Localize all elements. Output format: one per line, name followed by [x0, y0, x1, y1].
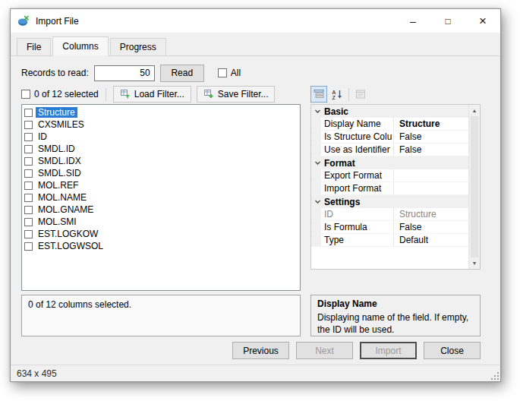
property-row[interactable]: Type Default: [311, 234, 468, 247]
checkbox-icon[interactable]: [24, 218, 33, 226]
property-name: Import Format: [321, 182, 394, 194]
svg-text:Z: Z: [332, 95, 336, 100]
column-name-label: EST.LOGKOW: [36, 229, 100, 239]
window-title: Import File: [36, 16, 79, 27]
sort-alphabetical-icon: A Z: [332, 89, 342, 99]
property-row[interactable]: Use as Identifier False: [311, 144, 468, 156]
tab-page-columns: Records to read: Read All 0 of 12 select…: [11, 56, 500, 365]
checkbox-icon[interactable]: [218, 68, 227, 77]
checkbox-icon[interactable]: [24, 121, 33, 129]
save-filter-button[interactable]: Save Filter...: [197, 86, 276, 103]
all-checkbox-label: All: [231, 68, 241, 78]
tab-columns[interactable]: Columns: [52, 36, 108, 56]
select-all-checkbox[interactable]: 0 of 12 selected: [21, 89, 99, 99]
column-list-item[interactable]: MOL.SMI: [22, 216, 300, 228]
previous-button[interactable]: Previous: [232, 342, 289, 359]
property-row[interactable]: Import Format: [311, 182, 468, 195]
column-name-label: EST.LOGWSOL: [36, 241, 106, 251]
checkbox-icon[interactable]: [24, 206, 33, 214]
columns-list[interactable]: Structure CXSMILES ID SMDL.ID SMDL.IDX S…: [21, 104, 301, 291]
chevron-down-icon: [314, 109, 321, 114]
column-list-item[interactable]: SMDL.ID: [22, 143, 300, 155]
tab-label: Progress: [120, 42, 156, 52]
property-pages-icon: [355, 89, 366, 99]
maximize-button[interactable]: □: [430, 9, 465, 33]
property-category-row[interactable]: Basic: [311, 105, 468, 118]
tab-label: Columns: [62, 41, 98, 52]
property-value[interactable]: [394, 182, 468, 194]
property-value[interactable]: Default: [394, 234, 468, 246]
property-row[interactable]: ID Structure: [311, 208, 468, 221]
property-description-panel: Display Name Displaying name of the fiel…: [310, 295, 481, 336]
tab-progress[interactable]: Progress: [110, 38, 166, 56]
tab-file[interactable]: File: [17, 38, 51, 56]
property-row[interactable]: Display Name Structure: [311, 118, 468, 131]
separator: [106, 88, 106, 101]
close-button[interactable]: ×: [465, 9, 500, 33]
checkbox-icon[interactable]: [24, 169, 33, 178]
save-filter-icon: [203, 89, 214, 99]
import-file-dialog: Import File – □ × File Columns Progress …: [10, 8, 501, 382]
column-list-item[interactable]: SMDL.IDX: [22, 155, 300, 167]
column-list-item[interactable]: Structure: [22, 106, 300, 118]
property-category-row[interactable]: Settings: [311, 195, 468, 208]
window-size-label: 634 x 495: [17, 368, 57, 379]
import-button[interactable]: Import: [360, 342, 417, 359]
read-button[interactable]: Read: [160, 65, 204, 82]
scroll-thumb[interactable]: [471, 116, 478, 257]
property-value[interactable]: Structure: [394, 208, 468, 220]
scroll-down-icon[interactable]: ▼: [469, 257, 480, 269]
property-value[interactable]: False: [394, 144, 468, 156]
column-name-label: MOL.NAME: [36, 192, 89, 203]
property-description-text: Displaying name of the field. If empty, …: [317, 311, 474, 336]
checkbox-icon[interactable]: [24, 157, 33, 166]
sort-alphabetical-button[interactable]: A Z: [329, 86, 345, 103]
records-to-read-label: Records to read:: [21, 68, 89, 78]
checkbox-icon[interactable]: [24, 242, 33, 251]
column-list-item[interactable]: ID: [22, 131, 300, 143]
checkbox-icon[interactable]: [24, 194, 33, 202]
minimize-button[interactable]: –: [396, 9, 430, 33]
property-value[interactable]: False: [394, 221, 468, 233]
checkbox-icon[interactable]: [24, 109, 33, 117]
checkbox-icon[interactable]: [24, 133, 33, 141]
checkbox-icon[interactable]: [21, 90, 30, 99]
scroll-up-icon[interactable]: ▲: [469, 105, 480, 116]
column-name-label: SMDL.ID: [36, 144, 77, 154]
property-row[interactable]: Is Structure Colu False: [311, 131, 468, 144]
property-category-row[interactable]: Format: [311, 156, 468, 169]
chevron-down-icon: [314, 200, 321, 204]
column-list-item[interactable]: MOL.NAME: [22, 191, 300, 204]
property-value[interactable]: False: [394, 131, 468, 143]
property-value[interactable]: [394, 169, 468, 182]
all-checkbox[interactable]: All: [218, 68, 241, 78]
title-bar[interactable]: Import File – □ ×: [11, 9, 500, 33]
property-value[interactable]: Structure: [394, 118, 468, 130]
scrollbar[interactable]: ▲ ▼: [468, 105, 480, 269]
close-button[interactable]: Close: [424, 342, 481, 359]
selection-count-label: 0 of 12 selected: [34, 89, 99, 99]
chevron-down-icon: [314, 161, 321, 166]
categorized-button[interactable]: [310, 86, 327, 103]
column-list-item[interactable]: EST.LOGWSOL: [22, 240, 300, 252]
property-category-label: Settings: [324, 197, 360, 207]
column-list-item[interactable]: SMDL.SID: [22, 167, 300, 179]
property-pages-button[interactable]: [352, 86, 369, 103]
resize-grip-icon[interactable]: [490, 371, 500, 381]
column-list-item[interactable]: EST.LOGKOW: [22, 228, 300, 240]
column-list-item[interactable]: MOL.REF: [22, 179, 300, 191]
checkbox-icon[interactable]: [24, 145, 33, 153]
records-to-read-input[interactable]: [94, 65, 155, 81]
records-bar: Records to read: Read All: [21, 63, 481, 83]
column-list-item[interactable]: MOL.GNAME: [22, 204, 300, 216]
property-name: Is Structure Colu: [321, 131, 394, 143]
next-button[interactable]: Next: [296, 342, 353, 359]
property-row[interactable]: Export Format: [311, 169, 468, 182]
load-filter-button[interactable]: Load Filter...: [113, 86, 191, 103]
property-row[interactable]: Is Formula False: [311, 221, 468, 234]
column-list-item[interactable]: CXSMILES: [22, 118, 300, 131]
checkbox-icon[interactable]: [24, 182, 33, 190]
load-filter-icon: [120, 89, 131, 99]
checkbox-icon[interactable]: [24, 230, 33, 238]
property-grid-toolbar: A Z: [310, 84, 481, 104]
